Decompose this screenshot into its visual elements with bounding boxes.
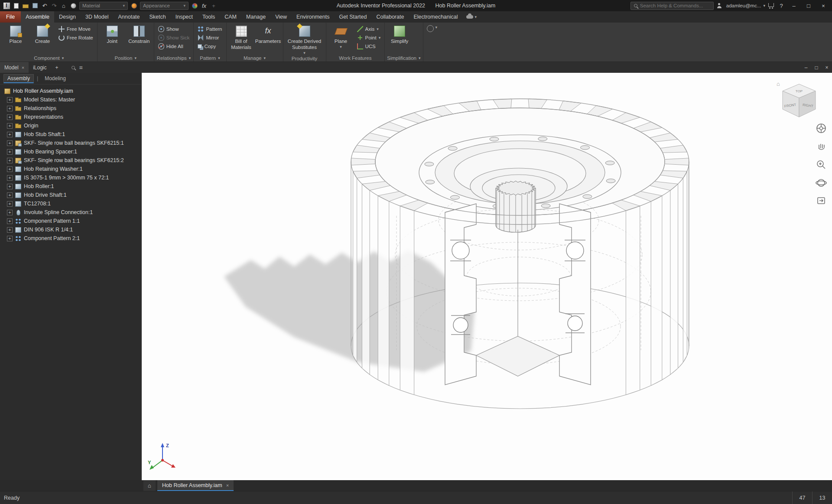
group-label-work-features[interactable]: Work Features [328, 54, 383, 62]
axis-button[interactable]: Axis ▾ [355, 25, 383, 33]
expand-icon[interactable]: + [7, 149, 13, 155]
3d-model-canvas[interactable] [142, 73, 832, 480]
viewcube-top-label[interactable]: TOP [796, 89, 803, 93]
browser-subtab-modeling[interactable]: Modeling [41, 75, 69, 82]
add-browser-tab-button[interactable]: + [51, 62, 62, 73]
create-derived-substitutes-button[interactable]: Create Derived Substitutes ▾ [286, 23, 324, 55]
tree-item[interactable]: +SKF- Single row ball bearings SKF6215:1 [0, 139, 141, 147]
doc-window-close-icon[interactable]: × [822, 62, 832, 73]
redo-icon[interactable]: ↷ [49, 1, 59, 10]
menu-tab-collaborate[interactable]: Collaborate [371, 11, 409, 23]
group-label-pattern[interactable]: Pattern▾ [196, 54, 224, 62]
group-label-component[interactable]: Component▾ [3, 54, 95, 62]
create-button[interactable]: Create [30, 23, 55, 54]
zoom-tool[interactable] [817, 161, 825, 169]
expand-icon[interactable]: + [7, 192, 13, 198]
group-label-manage[interactable]: Manage▾ [229, 54, 281, 62]
tree-item[interactable]: +Component Pattern 1:1 [0, 217, 141, 225]
tree-item[interactable]: +TC12708:1 [0, 199, 141, 208]
home-tab-button[interactable]: ⌂ [143, 480, 156, 491]
pattern-button[interactable]: Pattern [196, 25, 224, 33]
expand-icon[interactable]: + [7, 218, 13, 224]
add-quick-tool-icon[interactable]: + [209, 1, 218, 10]
menu-tab-inspect[interactable]: Inspect [171, 11, 198, 23]
save-icon[interactable] [30, 1, 40, 10]
tree-item[interactable]: Hob Roller Assembly.iam [0, 87, 141, 95]
expand-icon[interactable]: + [7, 97, 13, 103]
tree-item[interactable]: +Hob Bearing Spacer:1 [0, 147, 141, 156]
home-icon[interactable]: ⌂ [59, 1, 68, 10]
tree-item[interactable]: +Model States: Master [0, 95, 141, 104]
close-model-tab-icon[interactable]: × [22, 65, 24, 70]
menu-tab-manage[interactable]: Manage [241, 11, 270, 23]
group-label-productivity[interactable]: Productivity [286, 55, 324, 62]
collaborate-cloud-button[interactable]: ▾ [463, 11, 481, 23]
menu-tab-annotate[interactable]: Annotate [113, 11, 144, 23]
menu-tab-assemble[interactable]: Assemble [21, 11, 54, 23]
new-file-icon[interactable] [11, 1, 21, 10]
expand-icon[interactable]: + [7, 236, 13, 241]
tree-item[interactable]: +Hob Roller:1 [0, 182, 141, 191]
pan-tool[interactable] [819, 144, 824, 150]
mirror-button[interactable]: Mirror [196, 33, 224, 42]
tree-item[interactable]: +DIN 906 ISK R 1/4:1 [0, 225, 141, 234]
help-icon[interactable]: ? [777, 1, 786, 10]
group-label-position[interactable]: Position▾ [100, 54, 152, 62]
doc-window-minimize-icon[interactable]: – [801, 62, 811, 73]
browser-tab-model[interactable]: Model × [0, 62, 29, 73]
open-file-icon[interactable] [21, 1, 30, 10]
material-sphere-icon[interactable] [68, 1, 78, 10]
simplify-button[interactable]: Simplify [387, 23, 412, 54]
expand-icon[interactable]: + [7, 166, 13, 172]
close-document-icon[interactable]: × [226, 483, 229, 488]
menu-tab-electromechanical[interactable]: Electromechanical [409, 11, 462, 23]
expand-icon[interactable]: + [7, 114, 13, 120]
tree-item[interactable]: +Component Pattern 2:1 [0, 234, 141, 243]
menu-tab-sketch[interactable]: Sketch [145, 11, 171, 23]
tree-item[interactable]: +IS 3075-1 9mm > 300mm 75 x 72:1 [0, 173, 141, 182]
undo-icon[interactable]: ↶ [40, 1, 49, 10]
tree-item[interactable]: +Representations [0, 113, 141, 121]
viewcube[interactable]: ⌂ TOP FRONT RIGHT [778, 81, 820, 121]
tree-item[interactable]: +Hob Retaining Washer:1 [0, 165, 141, 173]
show-button[interactable]: Show [156, 25, 192, 33]
bill-of-materials-button[interactable]: Bill of Materials [229, 23, 254, 54]
user-dropdown-icon[interactable]: ▾ [763, 3, 765, 8]
ucs-button[interactable]: UCS [355, 42, 383, 50]
help-search[interactable] [630, 2, 714, 10]
menu-tab-cam[interactable]: CAM [220, 11, 241, 23]
expand-icon[interactable]: + [7, 158, 13, 163]
signed-in-user[interactable]: adamleu@mc... [726, 3, 761, 8]
doc-window-restore-icon[interactable]: □ [811, 62, 822, 73]
search-input[interactable] [640, 3, 710, 8]
browser-menu-icon[interactable]: ≡ [79, 64, 83, 71]
appearance-combobox[interactable]: Appearance▾ [140, 2, 188, 10]
browser-tab-ilogic[interactable]: iLogic [29, 62, 51, 73]
tree-item[interactable]: +Origin [0, 121, 141, 130]
expand-icon[interactable]: + [7, 140, 13, 146]
joint-button[interactable]: Joint [100, 23, 125, 54]
point-button[interactable]: Point ▾ [355, 33, 383, 42]
expand-icon[interactable]: + [7, 106, 13, 111]
tree-item[interactable]: +Hob Stub Shaft:1 [0, 130, 141, 139]
menu-tab-tools[interactable]: Tools [198, 11, 220, 23]
3d-viewport[interactable]: ⌂ TOP FRONT RIGHT [142, 73, 832, 480]
tree-item[interactable]: +Hob Drive Shaft:1 [0, 191, 141, 199]
group-label-relationships[interactable]: Relationships▾ [156, 54, 192, 62]
look-at-tool[interactable] [818, 198, 825, 204]
maximize-button[interactable]: □ [802, 0, 816, 11]
parameters-quick-icon[interactable]: fx [199, 1, 209, 10]
tree-item[interactable]: +Relationships [0, 104, 141, 113]
appearance-sphere-icon[interactable] [129, 1, 139, 10]
expand-icon[interactable]: + [7, 184, 13, 189]
close-button[interactable]: × [816, 0, 830, 11]
navigation-wheel-tool[interactable] [817, 124, 826, 133]
minimize-button[interactable]: – [787, 0, 801, 11]
orbit-tool[interactable] [816, 179, 826, 186]
copy-button[interactable]: Copy [196, 42, 224, 50]
show-sick-button[interactable]: Show Sick [156, 33, 192, 42]
tree-item[interactable]: +SKF- Single row ball bearings SKF6215:2 [0, 156, 141, 165]
menu-tab-design[interactable]: Design [54, 11, 81, 23]
expand-icon[interactable]: + [7, 132, 13, 137]
menu-tab-file[interactable]: File [0, 11, 21, 23]
